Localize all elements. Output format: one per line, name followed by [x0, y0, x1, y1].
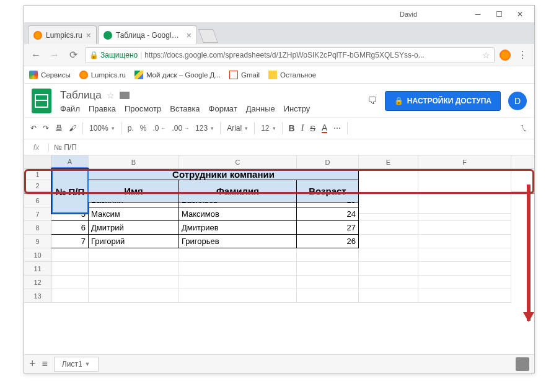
cell[interactable]	[89, 276, 179, 289]
menu-data[interactable]: Данные	[246, 104, 275, 113]
cell[interactable]: Максим	[89, 207, 179, 221]
cell[interactable]	[418, 221, 511, 235]
forward-button[interactable]: →	[48, 48, 61, 62]
cell[interactable]	[297, 262, 359, 276]
cell[interactable]: Дмитрий	[89, 221, 179, 235]
font-select[interactable]: Arial	[227, 124, 248, 133]
sheet-tab-1[interactable]: Лист1 ▼	[54, 357, 99, 372]
row-header[interactable]: 7	[24, 207, 51, 221]
bookmark-lumpics[interactable]: Lumpics.ru	[79, 71, 126, 79]
expand-toolbar-button[interactable]: ㄟ	[519, 123, 528, 134]
cell-b1-d1-merged[interactable]: Сотрудники компании	[89, 169, 359, 180]
comments-icon[interactable]: 🗨	[368, 95, 377, 107]
cell[interactable]	[179, 248, 297, 262]
cell-c2[interactable]: Фамилия	[179, 180, 297, 203]
cell[interactable]	[89, 262, 179, 276]
row-header-1[interactable]: 1	[24, 169, 51, 180]
row-header-2[interactable]: 2	[24, 180, 51, 191]
share-button[interactable]: 🔒 НАСТРОЙКИ ДОСТУПА	[385, 91, 501, 111]
minimize-button[interactable]: ─	[467, 8, 488, 20]
undo-button[interactable]: ↶	[30, 124, 37, 133]
strike-button[interactable]: S	[310, 124, 315, 133]
increase-decimal-button[interactable]: .00→	[172, 124, 189, 133]
formula-input[interactable]: № П/П	[49, 143, 77, 152]
col-header-f[interactable]: F	[418, 155, 511, 168]
back-button[interactable]: ←	[29, 48, 43, 62]
cell[interactable]	[297, 276, 359, 289]
currency-button[interactable]: р.	[128, 124, 134, 133]
new-tab-button[interactable]	[198, 29, 218, 43]
bookmark-gmail[interactable]: Gmail	[229, 71, 260, 79]
more-toolbar-button[interactable]: ⋯	[333, 124, 341, 133]
row-header[interactable]: 12	[24, 276, 51, 289]
cell[interactable]: Григорий	[89, 235, 179, 248]
menu-format[interactable]: Формат	[209, 104, 237, 113]
cell[interactable]	[51, 262, 89, 276]
explore-button[interactable]	[516, 357, 529, 371]
tab-lumpics[interactable]: Lumpics.ru ×	[28, 25, 97, 44]
text-color-button[interactable]: A	[322, 123, 327, 133]
menu-insert[interactable]: Вставка	[170, 104, 200, 113]
url-input[interactable]: 🔒 Защищено | https://docs.google.com/spr…	[85, 47, 495, 63]
cell[interactable]	[297, 248, 359, 262]
select-all-corner[interactable]	[24, 155, 51, 168]
col-header-d[interactable]: D	[297, 155, 359, 168]
more-formats-button[interactable]: 123	[195, 124, 214, 133]
move-folder-icon[interactable]	[120, 92, 130, 99]
maximize-button[interactable]: ☐	[488, 8, 509, 20]
cell[interactable]: Григорьев	[179, 235, 297, 248]
bookmark-other[interactable]: Остальное	[268, 71, 316, 79]
add-sheet-button[interactable]: +	[29, 357, 36, 370]
decrease-decimal-button[interactable]: .0←	[152, 124, 165, 133]
cell[interactable]	[297, 289, 359, 303]
cell[interactable]	[51, 248, 89, 262]
cell[interactable]: 7	[51, 235, 89, 248]
cell-d2[interactable]: Возраст	[297, 180, 359, 203]
cell[interactable]	[359, 235, 418, 248]
tab-close-icon[interactable]: ×	[86, 30, 91, 40]
cell[interactable]	[51, 289, 89, 303]
cell-a1-a2[interactable]: № П/П	[51, 169, 89, 214]
bookmark-star-icon[interactable]: ☆	[482, 50, 490, 60]
cell[interactable]	[359, 248, 418, 262]
cell[interactable]	[418, 276, 511, 289]
sheet-menu-icon[interactable]: ▼	[85, 361, 90, 367]
cell[interactable]: 27	[297, 221, 359, 235]
cell[interactable]	[51, 276, 89, 289]
cell-e-frozen[interactable]	[359, 169, 418, 214]
cell[interactable]: Максимов	[179, 207, 297, 221]
avatar[interactable]: D	[508, 92, 527, 110]
cell[interactable]: 24	[297, 207, 359, 221]
extension-icon[interactable]	[500, 50, 511, 61]
row-header[interactable]: 13	[24, 289, 51, 303]
font-size-select[interactable]: 12	[261, 124, 275, 133]
cell[interactable]	[359, 289, 418, 303]
menu-tools[interactable]: Инстру	[284, 104, 310, 113]
col-header-e[interactable]: E	[359, 155, 418, 168]
star-icon[interactable]: ☆	[107, 90, 115, 100]
cell[interactable]	[359, 262, 418, 276]
redo-button[interactable]: ↷	[43, 124, 49, 133]
zoom-select[interactable]: 100%	[89, 124, 115, 133]
print-button[interactable]: 🖶	[55, 124, 63, 133]
row-header[interactable]: 6	[24, 194, 51, 207]
menu-edit[interactable]: Правка	[89, 104, 116, 113]
tab-close-icon[interactable]: ×	[187, 30, 192, 40]
sheets-logo-icon[interactable]	[32, 89, 51, 113]
paint-format-button[interactable]: 🖌	[69, 124, 76, 133]
bookmark-apps[interactable]: Сервисы	[29, 71, 71, 79]
reload-button[interactable]: ⟳	[66, 48, 80, 62]
col-header-a[interactable]: A	[51, 155, 89, 168]
cell-b2[interactable]: Имя	[89, 180, 179, 203]
cell[interactable]: Дмитриев	[179, 221, 297, 235]
cell[interactable]	[418, 262, 511, 276]
all-sheets-button[interactable]: ≡	[42, 359, 48, 370]
row-header[interactable]: 11	[24, 262, 51, 276]
cell[interactable]	[359, 221, 418, 235]
cell[interactable]	[418, 248, 511, 262]
cell[interactable]	[89, 289, 179, 303]
col-header-b[interactable]: B	[89, 155, 179, 168]
col-header-c[interactable]: C	[179, 155, 297, 168]
cell[interactable]	[418, 235, 511, 248]
row-header[interactable]: 9	[24, 235, 51, 248]
